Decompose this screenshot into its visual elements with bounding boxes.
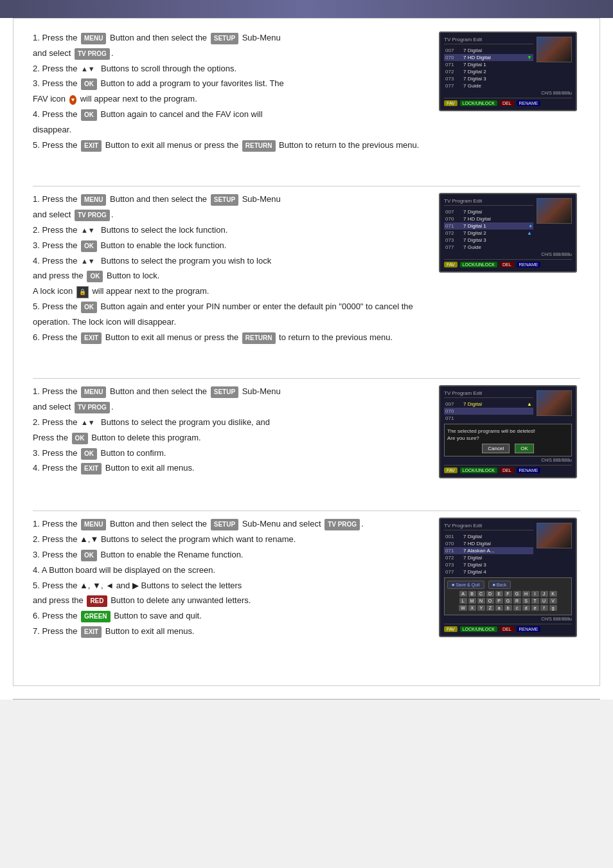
green-button-1: GREEN [81,611,111,622]
key-p[interactable]: P [495,598,503,604]
key-y[interactable]: Y [477,605,485,611]
dialog-cancel-btn[interactable]: Cancel [482,444,510,453]
key-u[interactable]: U [540,598,548,604]
tv-info-1: CH/S 888/888u [444,91,572,95]
save-quit-btn[interactable]: ■ Save & Quit [447,581,484,589]
ren-line-1: 1. Press the MENU Button and then select… [33,518,426,531]
key-z[interactable]: Z [486,605,494,611]
up-down-icon-4: ▲▼ [81,417,95,429]
tv-thumbnail-4 [537,523,572,548]
key-s[interactable]: S [522,598,530,604]
fav-icon: ♥ [69,95,76,104]
btn-rename-3: RENAME [517,467,541,473]
del-line-2: and select TV PROG. [33,401,426,414]
key-w[interactable]: W [459,605,467,611]
return-button-1: RETURN [242,140,276,152]
key-c[interactable]: C [477,591,485,597]
btn-lock-1: LOCK/UNLOCK [460,100,497,106]
key-b[interactable]: B [468,591,476,597]
tv-row-ren-3: 0717 Alaskan A... [444,547,533,554]
key-v[interactable]: V [549,598,557,604]
lock-line-1: 1. Press the MENU Button and then select… [33,193,426,206]
key-l[interactable]: L [459,598,467,604]
key-e2[interactable]: e [531,605,539,611]
divider-1 [33,186,580,186]
back-btn[interactable]: ■ Back [488,581,511,589]
line-6: 4. Press the OK Button again to cancel a… [33,108,426,122]
lock-line-8: 5. Press the OK Button again and enter y… [33,300,426,314]
keyboard-area: ■ Save & Quit ■ Back A B C D E F G H [444,577,572,615]
key-a2[interactable]: a [495,605,503,611]
btn-fav-2: FAV [444,262,458,267]
key-k[interactable]: K [549,591,557,597]
ok-button-1: OK [81,78,97,90]
tv-row-del-1: 0077 Digital▲ [444,401,533,408]
key-f[interactable]: F [504,591,512,597]
key-g2[interactable]: G [504,598,512,604]
keyboard-row-1: A B C D E F G H I J K [447,591,569,597]
key-x[interactable]: X [468,605,476,611]
keyboard-row-2: L M N O P G R S T U V [447,598,569,604]
key-g3[interactable]: g [549,605,557,611]
menu-button-3: MENU [81,386,106,398]
key-f2[interactable]: f [540,605,548,611]
lock-line-5: 4. Press the ▲▼ Buttons to select the pr… [33,255,426,268]
tv-row-lock-2: 0707 HD Digital [444,215,533,222]
ren-line-5: 5. Press the ▲, ▼, ◄ and ▶ Buttons to se… [33,579,426,593]
ok-button-7: OK [81,448,97,460]
tv-dialog: The selected programs will be deleted! A… [444,424,572,457]
tv-screen-1: TV Program Edit 0077 Digital 0707 HD Dig… [439,32,577,111]
key-t[interactable]: T [531,598,539,604]
tv-row-ren-1: 0017 Digital [444,533,533,540]
btn-del-3: DEL [500,467,514,473]
line-3: 2. Press the ▲▼ Buttons to scroll throug… [33,62,426,76]
btn-del-1: DEL [500,100,514,106]
tv-row-3: 0717 Digital 1 [444,61,533,68]
key-o[interactable]: O [486,598,494,604]
tv-row-2: 0707 HD Digital▼ [444,54,533,61]
section-lock-text: 1. Press the MENU Button and then select… [33,193,426,346]
key-d[interactable]: D [486,591,494,597]
top-bar [0,0,613,18]
line-7: disappear. [33,123,426,137]
lock-line-2: and select TV PROG. [33,208,426,222]
tv-row-del-2: 070 [444,408,533,415]
key-e[interactable]: E [495,591,503,597]
key-n[interactable]: N [477,598,485,604]
key-j[interactable]: J [540,591,548,597]
menu-button-2: MENU [81,194,106,206]
tv-row-5: 0737 Digital 3 [444,75,533,82]
key-h[interactable]: H [522,591,530,597]
section-rename: 1. Press the MENU Button and then select… [33,518,580,653]
key-r[interactable]: R [513,598,521,604]
ren-line-6: and press the RED Button to delete any u… [33,594,426,608]
tv-screen-2: TV Program Edit 0077 Digital 0707 HD Dig… [439,193,577,273]
key-i[interactable]: I [531,591,539,597]
key-d2[interactable]: d [522,605,530,611]
tv-prog-button-2: TV PROG [75,210,110,221]
lock-line-6: and press the OK Button to lock. [33,269,426,283]
key-b2[interactable]: b [504,605,512,611]
section-rename-image: TV Program Edit 0017 Digital 0707 HD Dig… [439,518,580,640]
key-c2[interactable]: c [513,605,521,611]
tv-prog-button-4: TV PROG [324,519,360,530]
section-delete-image: TV Program Edit 0077 Digital▲ 070 071 Th… [439,385,580,478]
btn-fav-4: FAV [444,626,458,632]
tv-row-lock-4: 0727 Digital 2▲ [444,230,533,237]
key-a[interactable]: A [459,591,467,597]
btn-fav-3: FAV [444,467,458,473]
tv-row-lock-1: 0077 Digital [444,208,533,215]
dialog-ok-btn[interactable]: OK [515,444,534,453]
section-lock: 1. Press the MENU Button and then select… [33,193,580,359]
exit-button-3: EXIT [81,463,102,475]
btn-del-4: DEL [500,626,514,632]
setup-button-3: SETUP [211,386,238,398]
tv-row-lock-5: 0737 Digital 3 [444,237,533,244]
btn-fav-1: FAV [444,100,458,106]
tv-screen-3: TV Program Edit 0077 Digital▲ 070 071 Th… [439,385,577,478]
key-m[interactable]: M [468,598,476,604]
tv-thumbnail-1 [537,37,572,62]
exit-button-4: EXIT [81,626,102,638]
key-g[interactable]: G [513,591,521,597]
tv-row-del-3: 071 [444,415,533,422]
